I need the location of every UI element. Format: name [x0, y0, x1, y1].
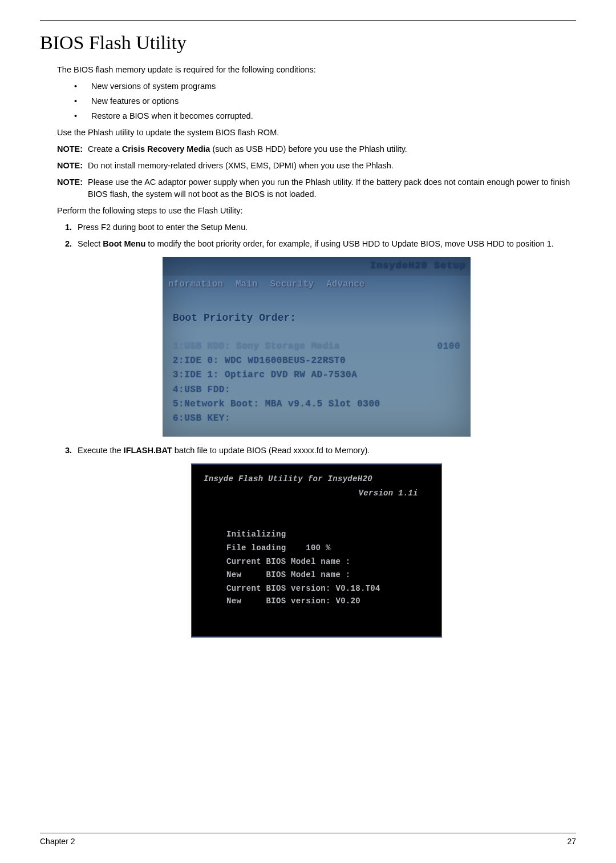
bios-boot-line: 1:USB HDD: Sony Storage Media0100	[173, 340, 460, 353]
intro-paragraph: The BIOS flash memory update is required…	[57, 64, 576, 76]
flash-line: Initializing	[192, 528, 441, 541]
bios-tab: Security	[270, 278, 314, 291]
bios-boot-line: 2:IDE 0: WDC WD1600BEUS-22RST0	[173, 354, 460, 368]
step-item: Select Boot Menu to modify the boot prio…	[74, 238, 576, 250]
page-title: BIOS Flash Utility	[40, 32, 576, 54]
bios-boot-line: 4:USB FDD:	[173, 384, 460, 397]
steps-list: Press F2 during boot to enter the Setup …	[57, 221, 576, 250]
bios-setup-title: InsydeH20 Setup	[163, 257, 471, 276]
footer-page-number: 27	[567, 837, 576, 846]
bios-setup-screenshot: InsydeH20 Setup nformation Main Security…	[163, 257, 471, 437]
step-item: Execute the IFLASH.BAT batch file to upd…	[74, 445, 576, 457]
bios-tabs: nformation Main Security Advance	[163, 276, 471, 293]
flash-utility-screenshot: Insyde Flash Utility for InsydeH20 Versi…	[191, 463, 442, 637]
footer-chapter: Chapter 2	[40, 837, 75, 846]
page-footer: Chapter 2 27	[40, 833, 576, 846]
steps-list-cont: Execute the IFLASH.BAT batch file to upd…	[57, 445, 576, 457]
bios-boot-line: 6:USB KEY:	[173, 412, 460, 425]
flash-line: Current BIOS version: V0.18.T04	[192, 582, 441, 595]
bios-boot-line: 3:IDE 1: Optiarc DVD RW AD-7530A	[173, 369, 460, 382]
bios-content: Boot Priority Order: 1:USB HDD: Sony Sto…	[163, 293, 471, 431]
note-line: NOTE: Please use the AC adaptor power su…	[57, 176, 576, 200]
use-paragraph: Use the Phlash utility to update the sys…	[57, 127, 576, 139]
bios-tab: Main	[236, 278, 257, 291]
flash-line: File loading 100 %	[192, 542, 441, 554]
page: BIOS Flash Utility The BIOS flash memory…	[0, 0, 616, 863]
list-item: New versions of system programs	[91, 80, 576, 92]
bios-boot-header: Boot Priority Order:	[173, 310, 460, 325]
step-item: Press F2 during boot to enter the Setup …	[74, 221, 576, 233]
flash-version: Version 1.1i	[192, 487, 441, 499]
perform-paragraph: Perform the following steps to use the F…	[57, 205, 576, 217]
note-line: NOTE: Do not install memory-related driv…	[57, 160, 576, 172]
flash-title: Insyde Flash Utility for InsydeH20	[192, 473, 441, 485]
list-item: Restore a BIOS when it becomes corrupted…	[91, 110, 576, 122]
flash-line: New BIOS Model name :	[192, 568, 441, 581]
body: The BIOS flash memory update is required…	[57, 64, 576, 638]
note-line: NOTE: Create a Crisis Recovery Media (su…	[57, 143, 576, 155]
top-rule	[40, 20, 576, 21]
flash-line: New BIOS version: V0.20	[192, 595, 441, 607]
conditions-list: New versions of system programs New feat…	[57, 80, 576, 122]
bios-tab: nformation	[168, 278, 223, 291]
list-item: New features or options	[91, 95, 576, 107]
bios-boot-line: 5:Network Boot: MBA v9.4.5 Slot 0300	[173, 398, 460, 411]
flash-line: Current BIOS Model name :	[192, 555, 441, 568]
bios-tab: Advance	[326, 278, 364, 291]
